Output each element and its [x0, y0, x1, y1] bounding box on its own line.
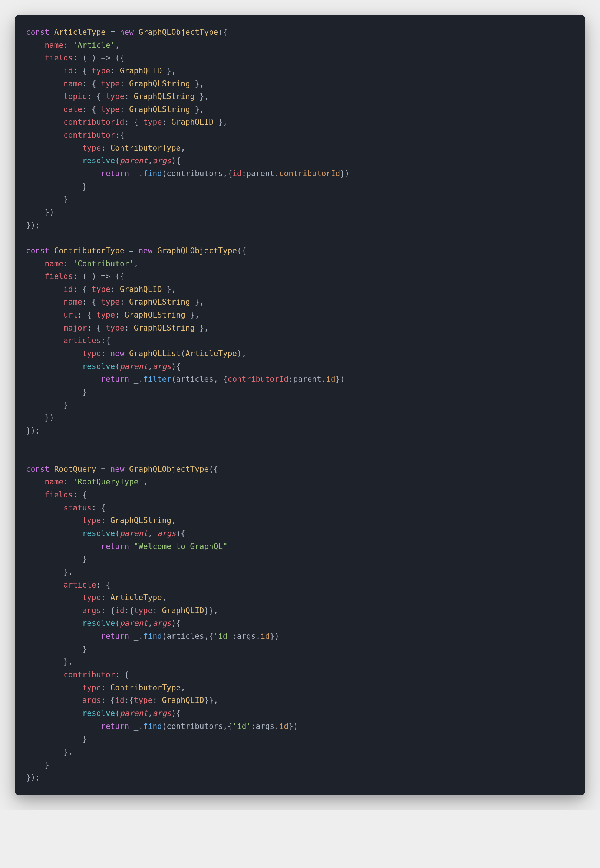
punct: } [45, 760, 50, 769]
punct: : { [82, 105, 101, 114]
prop-ref: id [326, 375, 335, 384]
keyword-new: new [111, 349, 124, 358]
prop-key: args [82, 696, 101, 705]
punct: . [138, 632, 143, 640]
punct: }); [26, 773, 40, 782]
punct: : { [77, 311, 96, 319]
punct: } [64, 401, 68, 410]
punct: ){ [171, 619, 180, 628]
punct: }); [26, 426, 40, 435]
punct: }) [340, 169, 349, 178]
punct: ( [115, 619, 120, 628]
type-ref: GraphQLString [124, 311, 185, 319]
prop-key: id [232, 169, 241, 178]
punct: }, [64, 568, 73, 577]
punct: , [148, 156, 153, 165]
param: args [152, 362, 171, 371]
prop-key: type [82, 516, 101, 525]
keyword-const: const [26, 246, 49, 255]
punct: : { [92, 503, 106, 512]
identifier: args [256, 722, 275, 731]
punct: = [124, 246, 139, 255]
punct: : [120, 297, 129, 307]
punct: } [82, 645, 87, 654]
identifier: articles [176, 375, 214, 384]
punct: : { [73, 285, 92, 294]
param: args [152, 709, 171, 718]
punct: ){ [171, 156, 180, 165]
prop-key: type [101, 297, 120, 307]
punct: . [256, 632, 261, 640]
prop-key: url [64, 311, 77, 319]
prop-key: type [143, 118, 162, 126]
punct: ( [115, 156, 120, 165]
punct: ( [162, 632, 167, 640]
punct: }, [64, 657, 73, 666]
prop-key: type [82, 593, 101, 602]
prop-key: name [45, 259, 64, 268]
punct: : { [115, 670, 129, 679]
prop-key: type [82, 144, 101, 152]
punct: }, [195, 323, 209, 332]
identifier: args [237, 632, 256, 640]
punct: : [232, 632, 237, 640]
type-ref: GraphQLString [129, 297, 190, 307]
punct: : { [87, 323, 106, 332]
punct: , [162, 593, 167, 602]
punct: : { [82, 79, 101, 88]
param: parent [120, 709, 148, 718]
punct: ), [237, 349, 246, 358]
punct: ,{ [205, 632, 214, 640]
string: 'Article' [73, 41, 115, 50]
prop-key: type [101, 105, 120, 114]
identifier: RootQuery [54, 465, 96, 474]
punct: ( [115, 362, 120, 371]
identifier: _ [134, 375, 139, 384]
punct: : [101, 349, 110, 358]
punct: } [64, 195, 68, 203]
method-name: resolve [82, 709, 115, 718]
string: "Welcome to GraphQL" [134, 542, 228, 551]
keyword-return: return [101, 375, 129, 384]
punct: }); [26, 221, 40, 230]
prop-key: id [115, 606, 124, 615]
punct: = [96, 465, 111, 474]
punct: : [120, 105, 129, 114]
type-ref: GraphQLID [120, 67, 162, 75]
punct: = [106, 28, 120, 37]
punct: }, [190, 297, 205, 307]
prop-ref: contributorId [279, 169, 340, 178]
prop-key: date [64, 105, 82, 114]
punct: , [148, 362, 153, 371]
prop-key: name [45, 41, 64, 50]
prop-key: id [64, 67, 73, 75]
param: parent [120, 156, 148, 165]
prop-key: type [82, 349, 101, 358]
punct: :{ [124, 606, 134, 615]
fn-name: find [143, 722, 162, 731]
punct: }, [64, 747, 73, 756]
prop-ref: id [260, 632, 270, 640]
prop-key: type [134, 606, 153, 615]
punct: }}, [205, 606, 218, 615]
class-name: GraphQLObjectType [157, 246, 237, 255]
prop-key: type [82, 683, 101, 692]
class-name: GraphQLObjectType [129, 465, 209, 474]
identifier: ArticleType [54, 28, 106, 37]
prop-key: fields [45, 53, 73, 62]
punct: , [148, 709, 153, 718]
code-block: const ArticleType = new GraphQLObjectTyp… [26, 26, 574, 784]
prop-key: contributor [64, 670, 115, 679]
type-ref: GraphQLID [120, 285, 162, 294]
param: args [152, 619, 171, 628]
punct: } [82, 555, 87, 563]
punct: . [274, 722, 279, 731]
class-name: GraphQLObjectType [138, 28, 218, 37]
punct: ( [162, 169, 167, 178]
punct: }}, [205, 696, 218, 705]
punct: : [251, 722, 256, 731]
code-window: const ArticleType = new GraphQLObjectTyp… [15, 15, 585, 795]
prop-key: contributor [64, 131, 115, 140]
identifier: ContributorType [54, 246, 124, 255]
punct: : [152, 606, 162, 615]
